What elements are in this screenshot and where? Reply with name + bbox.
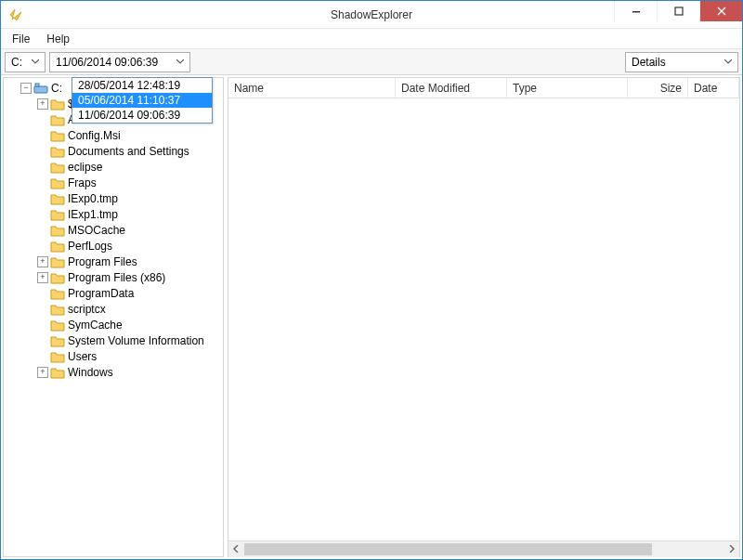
svg-rect-3 — [35, 84, 39, 86]
tree-item[interactable]: SymCache — [6, 317, 223, 332]
tree-item[interactable]: +Windows — [6, 364, 223, 380]
folder-icon — [50, 366, 65, 379]
svg-rect-1 — [675, 7, 683, 15]
scroll-right-icon[interactable] — [723, 541, 739, 557]
chevron-down-icon — [721, 55, 736, 70]
folder-icon — [50, 334, 65, 347]
app-window: ShadowExplorer File Help C: 11/06/2014 0… — [0, 0, 743, 560]
expand-icon[interactable]: + — [37, 98, 48, 110]
tree-item[interactable]: MSOCache — [6, 222, 223, 238]
tree-item-label: Program Files (x86) — [68, 270, 165, 285]
view-mode-select[interactable]: Details — [625, 52, 738, 72]
tree-item[interactable]: Documents and Settings — [6, 143, 223, 159]
scroll-left-icon[interactable] — [228, 541, 244, 557]
snapshot-option[interactable]: 05/06/2014 11:10:37 — [72, 93, 212, 108]
svg-rect-0 — [632, 11, 640, 13]
snapshot-date-value: 11/06/2014 09:06:39 — [56, 56, 158, 69]
drive-select-value: C: — [11, 56, 22, 69]
chevron-down-icon — [28, 55, 43, 70]
menubar: File Help — [1, 29, 742, 49]
tree-item-label: eclipse — [68, 160, 102, 175]
view-mode-value: Details — [632, 56, 666, 69]
tree-root-label: C: — [51, 81, 62, 96]
folder-icon — [50, 113, 65, 126]
drive-select[interactable]: C: — [5, 52, 46, 72]
tree-item[interactable]: System Volume Information — [6, 332, 223, 348]
folder-icon — [50, 176, 65, 189]
svg-rect-2 — [34, 86, 47, 93]
folder-icon — [50, 145, 65, 158]
tree-item-label: IExp0.tmp — [68, 191, 118, 206]
menu-help[interactable]: Help — [39, 31, 77, 47]
drive-icon — [33, 82, 48, 95]
window-buttons — [614, 1, 742, 21]
expand-icon[interactable]: + — [37, 272, 48, 283]
list-body — [228, 98, 739, 540]
file-list[interactable]: Name Date Modified Type Size Date — [228, 77, 740, 557]
tree-item[interactable]: eclipse — [6, 159, 223, 175]
tree-item-label: PerfLogs — [68, 239, 112, 254]
folder-icon — [50, 271, 65, 284]
folder-icon — [50, 192, 65, 205]
snapshot-date-select[interactable]: 11/06/2014 09:06:39 — [49, 52, 190, 72]
close-button[interactable] — [699, 1, 742, 21]
menu-file[interactable]: File — [5, 31, 37, 47]
column-date-modified[interactable]: Date Modified — [396, 78, 507, 98]
tree-item-label: MSOCache — [68, 223, 125, 238]
folder-icon — [50, 129, 65, 142]
snapshot-option[interactable]: 11/06/2014 09:06:39 — [72, 108, 212, 123]
folder-icon — [50, 287, 65, 300]
collapse-icon[interactable]: − — [20, 83, 32, 94]
tree-item[interactable]: scriptcx — [6, 301, 223, 317]
tree-item[interactable]: ProgramData — [6, 285, 223, 301]
maximize-button[interactable] — [657, 1, 699, 21]
titlebar: ShadowExplorer — [1, 1, 742, 29]
tree-item-label: Config.Msi — [68, 128, 121, 143]
tree-item[interactable]: Users — [6, 348, 223, 364]
tree-item[interactable]: IExp0.tmp — [6, 190, 223, 206]
tree-item[interactable]: +Program Files (x86) — [6, 269, 223, 285]
tree-item-label: scriptcx — [68, 302, 106, 317]
column-type[interactable]: Type — [507, 78, 628, 98]
minimize-button[interactable] — [614, 1, 657, 21]
tree-item[interactable]: IExp1.tmp — [6, 206, 223, 222]
folder-icon — [50, 240, 65, 253]
tree-item-label: IExp1.tmp — [68, 207, 118, 222]
tree-item[interactable]: +Program Files — [6, 254, 223, 269]
app-icon — [8, 7, 23, 22]
tree-item-label: Documents and Settings — [68, 144, 189, 159]
tree-item-label: Users — [68, 349, 97, 364]
scroll-thumb[interactable] — [244, 543, 652, 555]
column-date[interactable]: Date — [688, 78, 739, 98]
tree-item-label: ProgramData — [68, 286, 134, 301]
tree-item-label: SymCache — [68, 318, 123, 332]
folder-icon — [50, 255, 65, 268]
tree-item-label: Program Files — [68, 254, 137, 269]
tree-item-label: System Volume Information — [68, 333, 204, 348]
list-header: Name Date Modified Type Size Date — [228, 78, 739, 98]
folder-icon — [50, 98, 65, 111]
folder-icon — [50, 319, 65, 332]
folder-icon — [50, 303, 65, 316]
folder-icon — [50, 208, 65, 221]
horizontal-scrollbar[interactable] — [228, 540, 739, 556]
folder-icon — [50, 161, 65, 174]
tree-item[interactable]: Fraps — [6, 175, 223, 190]
tree-item[interactable]: Config.Msi — [6, 127, 223, 143]
folder-icon — [50, 224, 65, 237]
expand-icon[interactable]: + — [37, 256, 48, 267]
tree-item-label: Windows — [68, 365, 113, 380]
chevron-down-icon — [173, 55, 188, 70]
snapshot-option[interactable]: 28/05/2014 12:48:19 — [72, 78, 212, 93]
folder-tree[interactable]: − C: + $Recycle.Bin AdwCleaner Config.Ms… — [3, 77, 224, 557]
tree-item-label: Fraps — [68, 176, 97, 190]
snapshot-date-dropdown[interactable]: 28/05/2014 12:48:19 05/06/2014 11:10:37 … — [72, 77, 213, 124]
tree-item[interactable]: PerfLogs — [6, 238, 223, 254]
toolbar: C: 11/06/2014 09:06:39 Details — [1, 49, 742, 75]
folder-icon — [50, 350, 65, 363]
expand-icon[interactable]: + — [37, 367, 48, 378]
scroll-track[interactable] — [244, 541, 723, 557]
column-name[interactable]: Name — [228, 78, 396, 98]
content-area: − C: + $Recycle.Bin AdwCleaner Config.Ms… — [3, 77, 740, 557]
column-size[interactable]: Size — [628, 78, 688, 98]
